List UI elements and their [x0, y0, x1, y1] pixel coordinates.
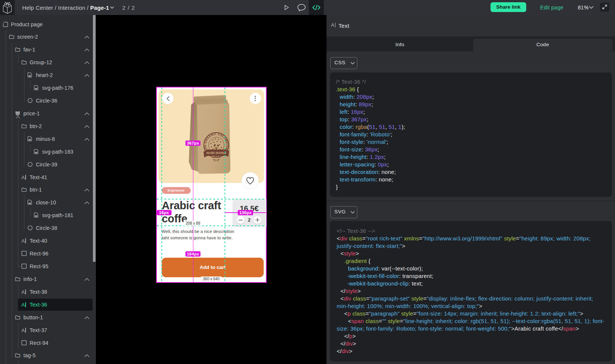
svg-text:SINCE 1930: SINCE 1930: [212, 156, 221, 158]
svg-text:NABI NAHUI: NABI NAHUI: [207, 151, 226, 155]
